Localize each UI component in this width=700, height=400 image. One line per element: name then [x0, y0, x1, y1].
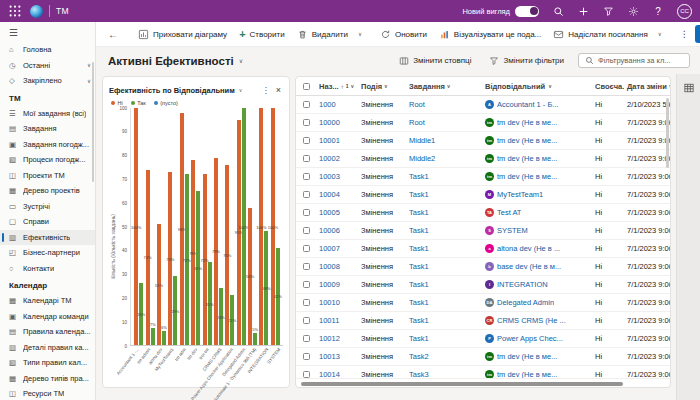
- table-row[interactable]: 10012ЗміненняTask1PPower Apps Chec...Ні7…: [296, 330, 670, 348]
- cell-task[interactable]: Task1: [406, 280, 482, 289]
- row-checkbox[interactable]: [303, 155, 310, 162]
- filter-icon[interactable]: [602, 5, 614, 17]
- app-launcher-icon[interactable]: [8, 4, 22, 18]
- table-row[interactable]: 10008ЗміненняTask1bbase dev (Не в м...Ні…: [296, 258, 670, 276]
- sidebar-item[interactable]: ▥Ефективність: [0, 230, 95, 246]
- bar-tak[interactable]: 41%: [276, 248, 280, 345]
- column-header[interactable]: Своєча...: [592, 82, 624, 91]
- table-row[interactable]: 10011ЗміненняTask1CRCRMS CRMS (Не ...Ні7…: [296, 312, 670, 330]
- column-header[interactable]: Відповідальний: [482, 82, 592, 91]
- sidebar-item[interactable]: ▦Календарі TM: [0, 293, 95, 309]
- row-checkbox[interactable]: [303, 119, 310, 126]
- cell-id[interactable]: 10012: [316, 334, 358, 343]
- column-header[interactable]: Завдання: [406, 82, 482, 91]
- table-row[interactable]: 10000ЗміненняRoottmtm dev (Не в ме...Ні7…: [296, 114, 670, 132]
- bar-tak[interactable]: 65%: [196, 191, 200, 345]
- sidebar-item[interactable]: ▭Зустрічі: [0, 199, 95, 215]
- bar-tak[interactable]: 29%: [173, 276, 177, 345]
- bar-tak[interactable]: 7%: [151, 328, 155, 345]
- sidebar-item[interactable]: ▥Деталі правил ка...: [0, 340, 95, 356]
- responsible-link[interactable]: tm dev (Не в ме...: [497, 370, 557, 378]
- table-row[interactable]: 1000ЗміненняRootAAccountant 1 - Б...Ні2/…: [296, 96, 670, 114]
- edit-columns-button[interactable]: Змінити стовпці: [395, 53, 475, 69]
- responsible-link[interactable]: tm dev (Не в ме...: [497, 154, 557, 163]
- row-checkbox[interactable]: [303, 353, 310, 360]
- responsible-link[interactable]: SYSTEM: [497, 226, 528, 235]
- cell-id[interactable]: 10005: [316, 208, 358, 217]
- bar-ni[interactable]: 95%: [237, 120, 241, 345]
- help-icon[interactable]: [652, 5, 664, 17]
- cell-task[interactable]: Task2: [406, 352, 482, 361]
- bar-tak[interactable]: 24%: [219, 288, 223, 345]
- bar-tak[interactable]: 100%: [242, 108, 246, 345]
- sidebar-item[interactable]: ▧Типи правил кал...: [0, 355, 95, 371]
- sidebar-collapse-icon[interactable]: [0, 25, 95, 42]
- responsible-link[interactable]: base dev (Не в м...: [497, 262, 561, 271]
- cell-id[interactable]: 1000: [316, 100, 358, 109]
- cell-task[interactable]: Middle1: [406, 136, 482, 145]
- view-selector-chevron-icon[interactable]: [239, 57, 243, 64]
- table-row[interactable]: 10007ЗміненняTask1aaltona dev (Не в ...Н…: [296, 240, 670, 258]
- bar-ni[interactable]: 74%: [146, 170, 150, 345]
- share-button[interactable]: Надати спільний доступ: [695, 25, 700, 43]
- responsible-link[interactable]: MyTestTeam1: [497, 190, 543, 199]
- cell-id[interactable]: 10009: [316, 280, 358, 289]
- row-checkbox[interactable]: [303, 263, 310, 270]
- sidebar-item[interactable]: ☰Мої завдання (всі): [0, 106, 95, 122]
- responsible-link[interactable]: Accountant 1 - Б...: [497, 100, 559, 109]
- row-checkbox[interactable]: [303, 299, 310, 306]
- select-all-checkbox[interactable]: [303, 83, 310, 90]
- responsible-link[interactable]: INTEGRATION: [497, 280, 548, 289]
- back-button[interactable]: [102, 26, 124, 43]
- cell-id[interactable]: 10008: [316, 262, 358, 271]
- sidebar-item[interactable]: ◫Проекти TM: [0, 168, 95, 184]
- column-header[interactable]: Наз...1: [316, 82, 358, 91]
- responsible-link[interactable]: Delegated Admin: [497, 298, 554, 307]
- quick-create-icon[interactable]: [577, 5, 589, 17]
- row-checkbox[interactable]: [303, 245, 310, 252]
- chart-title[interactable]: Ефективність по Відповідальним: [109, 86, 235, 95]
- grid-panel-icon[interactable]: [683, 80, 695, 92]
- sidebar-item[interactable]: ⌂Головна: [0, 42, 95, 58]
- table-row[interactable]: 10006ЗміненняTask1SSYSTEMНі7/1/2023 9:00…: [296, 222, 670, 240]
- delete-dropdown-chevron-icon[interactable]: [354, 28, 366, 40]
- row-checkbox[interactable]: [303, 371, 310, 378]
- more-commands-icon[interactable]: [674, 29, 695, 39]
- cell-task[interactable]: Root: [406, 118, 482, 127]
- cell-task[interactable]: Task1: [406, 190, 482, 199]
- bar-ni[interactable]: 100%: [134, 108, 138, 345]
- horizontal-scrollbar-thumb[interactable]: [301, 382, 623, 386]
- responsible-link[interactable]: Test AT: [497, 208, 521, 217]
- cell-task[interactable]: Task1: [406, 226, 482, 235]
- user-avatar[interactable]: CC: [677, 4, 692, 19]
- row-checkbox[interactable]: [303, 335, 310, 342]
- bar-ni[interactable]: 73%: [168, 172, 172, 345]
- cell-id[interactable]: 10002: [316, 154, 358, 163]
- cell-id[interactable]: 10001: [316, 136, 358, 145]
- table-row[interactable]: 10003ЗміненняTask1tmtm dev (Не в ме...Ні…: [296, 168, 670, 186]
- cell-id[interactable]: 10007: [316, 244, 358, 253]
- bar-ni[interactable]: 100%: [259, 108, 263, 345]
- cell-task[interactable]: Root: [406, 100, 482, 109]
- row-checkbox[interactable]: [303, 101, 310, 108]
- cell-task[interactable]: Task1: [406, 298, 482, 307]
- table-row[interactable]: 10014ЗміненняTask3tmtm dev (Не в ме...Ні…: [296, 366, 670, 378]
- bar-tak[interactable]: 35%: [208, 262, 212, 345]
- cell-id[interactable]: 10000: [316, 118, 358, 127]
- sidebar-item[interactable]: ◷Останні: [0, 58, 95, 74]
- visualize-button[interactable]: Візуалізувати це пода...: [433, 26, 547, 43]
- cell-id[interactable]: 10010: [316, 298, 358, 307]
- cell-task[interactable]: Task3: [406, 370, 482, 378]
- bar-ni[interactable]: 58%: [248, 208, 252, 345]
- cell-id[interactable]: 10014: [316, 370, 358, 378]
- responsible-link[interactable]: tm dev (Не в ме...: [497, 118, 557, 127]
- sidebar-item[interactable]: ▢Справи: [0, 214, 95, 230]
- edit-filters-button[interactable]: Змінити фільтри: [485, 53, 568, 69]
- sidebar-item[interactable]: ▧Процеси погодж...: [0, 152, 95, 168]
- create-button[interactable]: Створити: [233, 25, 291, 43]
- sidebar-item[interactable]: ◫Ресурси TM: [0, 386, 95, 400]
- vertical-scrollbar-thumb[interactable]: [666, 98, 669, 168]
- responsible-link[interactable]: Power Apps Chec...: [497, 334, 563, 343]
- table-row[interactable]: 10005ЗміненняTask1TATest ATНі7/1/2023 9:…: [296, 204, 670, 222]
- bar-tak[interactable]: 6%: [162, 331, 166, 345]
